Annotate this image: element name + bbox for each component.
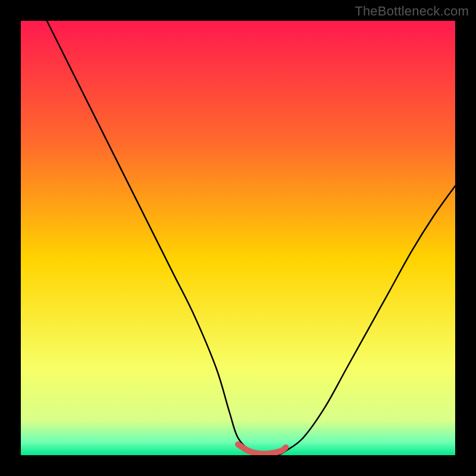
watermark-text: TheBottleneck.com [355,4,469,19]
chart-frame: TheBottleneck.com [0,0,476,476]
plot-area [21,21,455,455]
gradient-background [21,21,455,455]
bottleneck-chart-svg [21,21,455,455]
